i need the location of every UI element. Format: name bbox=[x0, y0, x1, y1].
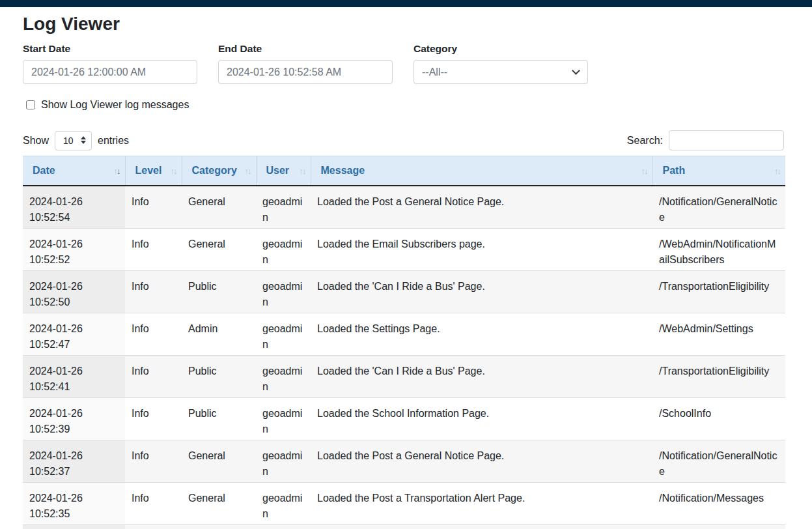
cell-category: General bbox=[182, 440, 256, 483]
start-date-input[interactable] bbox=[23, 60, 197, 84]
cell-user: geoadmin bbox=[256, 229, 311, 271]
cell-path bbox=[652, 525, 785, 529]
cell-user: geoadmin bbox=[256, 440, 311, 483]
show-log-messages-checkbox[interactable] bbox=[26, 100, 35, 109]
cell-message: Loaded the Post a Transportation Alert P… bbox=[311, 483, 652, 525]
column-header-path[interactable]: Path ↑↓ bbox=[652, 156, 785, 186]
table-row: 2024-01-26 10:52:52 Info General geoadmi… bbox=[23, 229, 785, 271]
end-date-group: End Date bbox=[218, 43, 393, 84]
top-navigation-bar bbox=[0, 0, 812, 7]
table-row-partial bbox=[23, 525, 785, 529]
cell-category: General bbox=[182, 229, 256, 271]
cell-date: 2024-01-26 10:52:35 bbox=[23, 483, 125, 525]
cell-category: Public bbox=[182, 398, 256, 440]
entries-control: Show 10 entries bbox=[23, 131, 129, 150]
column-header-message[interactable]: Message ↑↓ bbox=[311, 156, 652, 186]
cell-path: /TransportationEligibility bbox=[652, 271, 785, 313]
cell-user bbox=[256, 525, 311, 529]
table-row: 2024-01-26 10:52:37 Info General geoadmi… bbox=[23, 440, 785, 483]
column-header-category[interactable]: Category ↑↓ bbox=[182, 156, 256, 186]
entries-label: entries bbox=[98, 135, 129, 147]
cell-path: /TransportationEligibility bbox=[652, 356, 785, 398]
cell-message: Loaded the Email Subscribers page. bbox=[311, 229, 652, 271]
table-row: 2024-01-26 10:52:47 Info Admin geoadmin … bbox=[23, 313, 785, 356]
cell-message: Loaded the Settings Page. bbox=[311, 313, 652, 356]
cell-message: Loaded the 'Can I Ride a Bus' Page. bbox=[311, 271, 652, 313]
sort-icons: ↑↓ bbox=[641, 166, 647, 176]
filters-row: Start Date End Date Category --All-- bbox=[23, 43, 784, 84]
column-header-level[interactable]: Level ↑↓ bbox=[125, 156, 182, 186]
end-date-input[interactable] bbox=[218, 60, 393, 84]
cell-date: 2024-01-26 10:52:50 bbox=[23, 271, 125, 313]
cell-level: Info bbox=[125, 313, 182, 356]
sort-icons: ↑↓ bbox=[245, 166, 251, 176]
cell-category: Public bbox=[182, 356, 256, 398]
cell-date: 2024-01-26 10:52:52 bbox=[23, 229, 125, 271]
cell-user: geoadmin bbox=[256, 271, 311, 313]
table-row: 2024-01-26 10:52:35 Info General geoadmi… bbox=[23, 483, 785, 525]
cell-message: Loaded the Post a General Notice Page. bbox=[311, 440, 652, 483]
cell-user: geoadmin bbox=[256, 483, 311, 525]
cell-date: 2024-01-26 10:52:37 bbox=[23, 440, 125, 483]
cell-user: geoadmin bbox=[256, 356, 311, 398]
cell-path: /WebAdmin/Settings bbox=[652, 313, 785, 356]
column-header-date[interactable]: Date ↑↓ bbox=[23, 156, 125, 186]
cell-category: Admin bbox=[182, 313, 256, 356]
cell-user: geoadmin bbox=[256, 313, 311, 356]
cell-level: Info bbox=[125, 271, 182, 313]
cell-level: Info bbox=[125, 186, 182, 229]
cell-level: Info bbox=[125, 440, 182, 483]
table-row: 2024-01-26 10:52:50 Info Public geoadmin… bbox=[23, 271, 785, 313]
table-row: 2024-01-26 10:52:54 Info General geoadmi… bbox=[23, 186, 785, 229]
cell-message: Loaded the School Information Page. bbox=[311, 398, 652, 440]
cell-level: Info bbox=[125, 398, 182, 440]
cell-user: geoadmin bbox=[256, 398, 311, 440]
log-table-body: 2024-01-26 10:52:54 Info General geoadmi… bbox=[23, 186, 785, 529]
show-label: Show bbox=[23, 135, 49, 147]
cell-category: Public bbox=[182, 271, 256, 313]
search-input[interactable] bbox=[669, 130, 784, 150]
table-row: 2024-01-26 10:52:39 Info Public geoadmin… bbox=[23, 398, 785, 440]
category-group: Category --All-- bbox=[413, 43, 588, 84]
sort-icons: ↑↓ bbox=[300, 166, 305, 176]
cell-date bbox=[23, 525, 125, 529]
cell-category bbox=[182, 525, 256, 529]
search-label: Search: bbox=[627, 135, 663, 147]
search-control: Search: bbox=[627, 130, 784, 150]
cell-message: Loaded the Post a General Notice Page. bbox=[311, 186, 652, 229]
log-table: Date ↑↓ Level ↑↓ Category ↑↓ User ↑↓ Mes… bbox=[23, 156, 785, 529]
entries-select[interactable]: 10 bbox=[55, 131, 92, 150]
cell-path: /Notification/GeneralNotice bbox=[652, 186, 785, 229]
log-viewer-page: Log Viewer Start Date End Date Category … bbox=[23, 7, 784, 529]
cell-message bbox=[311, 525, 652, 529]
cell-level: Info bbox=[125, 483, 182, 525]
log-table-header: Date ↑↓ Level ↑↓ Category ↑↓ User ↑↓ Mes… bbox=[23, 156, 785, 186]
sort-icons: ↑↓ bbox=[774, 166, 780, 176]
start-date-label: Start Date bbox=[23, 43, 197, 55]
show-log-messages-row: Show Log Viewer log messages bbox=[23, 99, 784, 111]
cell-user: geoadmin bbox=[256, 186, 311, 229]
cell-category: General bbox=[182, 483, 256, 525]
cell-message: Loaded the 'Can I Ride a Bus' Page. bbox=[311, 356, 652, 398]
cell-date: 2024-01-26 10:52:47 bbox=[23, 313, 125, 356]
cell-path: /Notification/Messages bbox=[652, 483, 785, 525]
page-title: Log Viewer bbox=[23, 14, 784, 35]
category-label: Category bbox=[413, 43, 588, 55]
cell-level: Info bbox=[125, 229, 182, 271]
cell-date: 2024-01-26 10:52:39 bbox=[23, 398, 125, 440]
show-log-messages-label: Show Log Viewer log messages bbox=[41, 99, 189, 111]
cell-path: /WebAdmin/NotificationMailSubscribers bbox=[652, 229, 785, 271]
cell-level: Info bbox=[125, 356, 182, 398]
cell-category: General bbox=[182, 186, 256, 229]
cell-level bbox=[125, 525, 182, 529]
cell-date: 2024-01-26 10:52:54 bbox=[23, 186, 125, 229]
table-row: 2024-01-26 10:52:41 Info Public geoadmin… bbox=[23, 356, 785, 398]
sort-icons: ↑↓ bbox=[171, 166, 176, 176]
cell-date: 2024-01-26 10:52:41 bbox=[23, 356, 125, 398]
start-date-group: Start Date bbox=[23, 43, 197, 84]
column-header-user[interactable]: User ↑↓ bbox=[256, 156, 311, 186]
category-select[interactable]: --All-- bbox=[413, 60, 588, 84]
cell-path: /Notification/GeneralNotice bbox=[652, 440, 785, 483]
table-controls-row: Show 10 entries Search: bbox=[23, 130, 784, 150]
cell-path: /SchoolInfo bbox=[652, 398, 785, 440]
